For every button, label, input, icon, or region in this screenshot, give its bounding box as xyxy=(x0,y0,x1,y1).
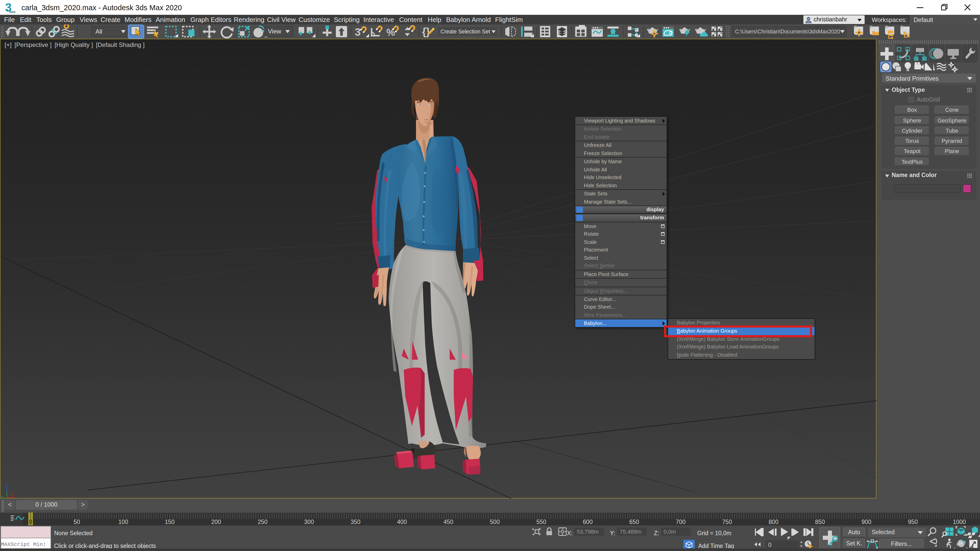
svg-text:950: 950 xyxy=(908,519,918,525)
svg-text:850: 850 xyxy=(815,519,825,525)
svg-text:View: View xyxy=(268,28,281,35)
svg-text:750: 750 xyxy=(722,519,732,525)
svg-text:200: 200 xyxy=(211,519,221,525)
svg-text:3: 3 xyxy=(355,26,361,38)
svg-text:400: 400 xyxy=(397,519,407,525)
svg-text:100: 100 xyxy=(118,519,128,525)
svg-text:0: 0 xyxy=(29,519,32,525)
svg-text:50: 50 xyxy=(73,519,80,525)
svg-text:450: 450 xyxy=(444,519,453,525)
svg-text:250: 250 xyxy=(258,519,267,525)
svg-text:150: 150 xyxy=(165,519,175,525)
svg-text:350: 350 xyxy=(351,519,360,525)
svg-text:0: 0 xyxy=(768,541,772,548)
svg-text:550: 550 xyxy=(536,519,546,525)
svg-text:900: 900 xyxy=(862,519,871,525)
svg-text:1000: 1000 xyxy=(953,519,966,525)
svg-text:{}: {} xyxy=(422,26,430,37)
svg-text:800: 800 xyxy=(769,519,778,525)
svg-text:600: 600 xyxy=(583,519,593,525)
svg-text:All: All xyxy=(95,28,102,35)
svg-text:MAX: MAX xyxy=(10,11,15,13)
svg-text:300: 300 xyxy=(304,519,314,525)
svg-text:C:\Users\Christian\Documents\3: C:\Users\Christian\Documents\3dsMax2020 xyxy=(735,29,840,35)
svg-text:700: 700 xyxy=(676,519,686,525)
svg-text:500: 500 xyxy=(490,519,500,525)
svg-text:Create Selection Set: Create Selection Set xyxy=(441,29,490,35)
svg-text:650: 650 xyxy=(629,519,639,525)
